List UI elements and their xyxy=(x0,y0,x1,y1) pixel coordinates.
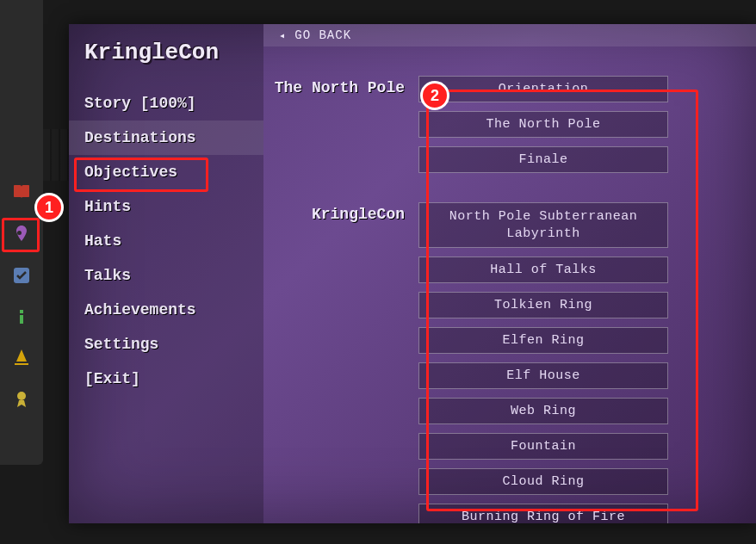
award-icon[interactable] xyxy=(4,379,39,420)
group-label-kringlecon: KringleCon xyxy=(272,202,418,223)
dest-finale[interactable]: Finale xyxy=(418,146,668,173)
dest-orientation[interactable]: Orientation xyxy=(418,76,668,102)
svg-point-3 xyxy=(17,392,26,400)
dest-webring[interactable]: Web Ring xyxy=(418,398,668,424)
sidebar-item-exit[interactable]: [Exit] xyxy=(69,362,263,396)
pin-icon[interactable] xyxy=(4,213,39,255)
book-icon[interactable] xyxy=(4,172,39,213)
dest-elfenring[interactable]: Elfen Ring xyxy=(418,327,668,354)
svg-rect-1 xyxy=(20,315,23,324)
content-area: ◂ GO BACK The North Pole Orientation The… xyxy=(263,24,756,523)
wizard-icon[interactable] xyxy=(4,337,39,379)
dest-group-northpole: The North Pole Orientation The North Pol… xyxy=(272,76,735,173)
go-back-label: GO BACK xyxy=(294,28,351,42)
dest-group-kringlecon: KringleCon North Pole Subterranean Labyr… xyxy=(272,202,735,523)
sidebar-item-achievements[interactable]: Achievements xyxy=(69,293,263,327)
sidebar-item-story[interactable]: Story [100%] xyxy=(69,86,263,121)
check-icon[interactable] xyxy=(4,255,39,296)
brand-title: KringleCon xyxy=(69,24,263,86)
dest-burningring[interactable]: Burning Ring of Fire xyxy=(418,504,668,523)
dest-elfhouse[interactable]: Elf House xyxy=(418,362,668,389)
sidebar-nav: Story [100%] Destinations Objectives Hin… xyxy=(69,86,263,396)
sidebar-item-hats[interactable]: Hats xyxy=(69,224,263,258)
svg-rect-2 xyxy=(20,310,23,313)
dest-labyrinth[interactable]: North Pole Subterranean Labyrinth xyxy=(418,202,668,248)
destinations-area: The North Pole Orientation The North Pol… xyxy=(263,46,756,523)
dest-halloftalks[interactable]: Hall of Talks xyxy=(418,257,668,283)
dest-thenorthpole[interactable]: The North Pole xyxy=(418,111,668,138)
sidebar-item-settings[interactable]: Settings xyxy=(69,327,263,362)
dest-fountain[interactable]: Fountain xyxy=(418,433,668,460)
sidebar: KringleCon Story [100%] Destinations Obj… xyxy=(69,24,263,523)
info-icon[interactable] xyxy=(4,296,39,337)
main-panel: KringleCon Story [100%] Destinations Obj… xyxy=(69,24,756,523)
group-list-kringlecon: North Pole Subterranean Labyrinth Hall o… xyxy=(418,202,735,523)
group-label-northpole: The North Pole xyxy=(272,76,418,96)
back-arrow-icon: ◂ xyxy=(279,29,286,42)
sidebar-item-destinations[interactable]: Destinations xyxy=(69,121,263,155)
sidebar-item-objectives[interactable]: Objectives xyxy=(69,155,263,189)
go-back-button[interactable]: ◂ GO BACK xyxy=(263,24,756,46)
left-toolbar xyxy=(0,0,43,465)
sidebar-item-hints[interactable]: Hints xyxy=(69,189,263,224)
group-list-northpole: Orientation The North Pole Finale xyxy=(418,76,735,173)
sidebar-item-talks[interactable]: Talks xyxy=(69,258,263,293)
dest-tolkienring[interactable]: Tolkien Ring xyxy=(418,292,668,318)
dest-cloudring[interactable]: Cloud Ring xyxy=(418,468,668,495)
